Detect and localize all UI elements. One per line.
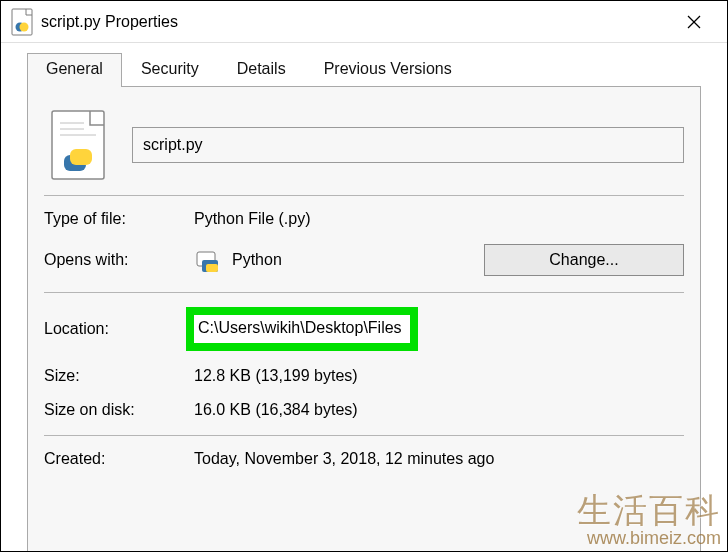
- tab-label: General: [46, 60, 103, 77]
- label-location: Location:: [44, 320, 194, 338]
- separator: [44, 195, 684, 196]
- value-size: 12.8 KB (13,199 bytes): [194, 367, 684, 385]
- svg-rect-11: [206, 264, 218, 272]
- change-button[interactable]: Change...: [484, 244, 684, 276]
- label-created: Created:: [44, 450, 194, 468]
- tab-strip: General Security Details Previous Versio…: [1, 43, 727, 87]
- svg-point-2: [20, 22, 29, 31]
- svg-rect-0: [12, 9, 32, 35]
- row-size-on-disk: Size on disk: 16.0 KB (16,384 bytes): [44, 401, 684, 419]
- tab-previous-versions[interactable]: Previous Versions: [305, 53, 471, 87]
- value-location: C:\Users\wikih\Desktop\Files: [198, 319, 402, 336]
- label-type-of-file: Type of file:: [44, 210, 194, 228]
- tab-label: Security: [141, 60, 199, 77]
- row-location: Location: C:\Users\wikih\Desktop\Files: [44, 307, 684, 351]
- row-size: Size: 12.8 KB (13,199 bytes): [44, 367, 684, 385]
- label-opens-with: Opens with:: [44, 251, 194, 269]
- python-file-icon-large: [48, 109, 108, 181]
- tab-label: Details: [237, 60, 286, 77]
- row-opens-with: Opens with: Python Change...: [44, 244, 684, 276]
- titlebar: script.py Properties: [1, 1, 727, 43]
- close-button[interactable]: [671, 6, 717, 38]
- tab-general[interactable]: General: [27, 53, 122, 87]
- python-app-icon: [194, 246, 222, 274]
- location-highlight: C:\Users\wikih\Desktop\Files: [186, 307, 418, 351]
- tab-security[interactable]: Security: [122, 53, 218, 87]
- label-size-on-disk: Size on disk:: [44, 401, 194, 419]
- separator: [44, 435, 684, 436]
- label-size: Size:: [44, 367, 194, 385]
- window-title: script.py Properties: [41, 13, 671, 31]
- change-button-label: Change...: [549, 251, 618, 268]
- value-size-on-disk: 16.0 KB (16,384 bytes): [194, 401, 684, 419]
- value-opens-with: Python: [232, 251, 282, 269]
- tab-details[interactable]: Details: [218, 53, 305, 87]
- tab-label: Previous Versions: [324, 60, 452, 77]
- python-file-icon-small: [11, 8, 33, 36]
- file-header-row: [44, 109, 684, 181]
- value-type-of-file: Python File (.py): [194, 210, 684, 228]
- tabpanel-general: Type of file: Python File (.py) Opens wi…: [27, 86, 701, 552]
- row-created: Created: Today, November 3, 2018, 12 min…: [44, 450, 684, 468]
- value-created: Today, November 3, 2018, 12 minutes ago: [194, 450, 684, 468]
- filename-input[interactable]: [132, 127, 684, 163]
- row-type-of-file: Type of file: Python File (.py): [44, 210, 684, 228]
- separator: [44, 292, 684, 293]
